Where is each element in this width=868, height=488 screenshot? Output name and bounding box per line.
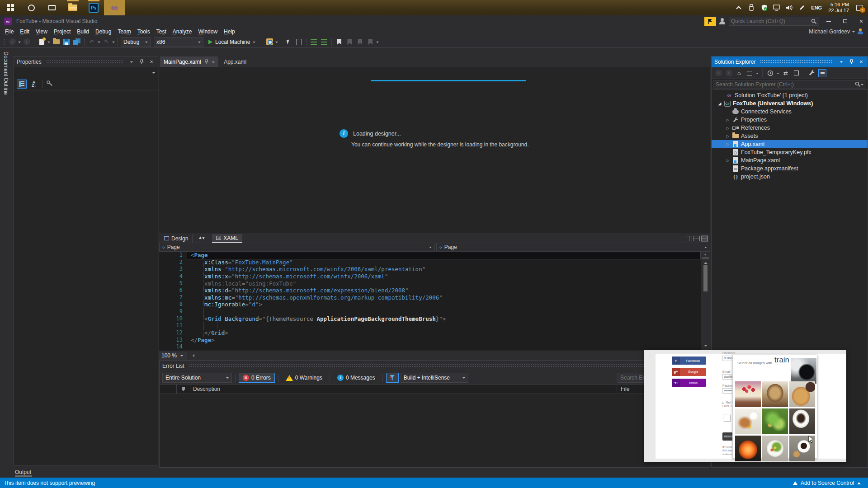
captcha-tile-dessert[interactable] — [762, 381, 788, 407]
scroll-up-icon[interactable] — [704, 260, 708, 264]
sync-with-active-document-button[interactable]: ⇄ — [782, 69, 790, 77]
bookmark-dropdown-icon[interactable] — [376, 42, 379, 44]
redo-dropdown-icon[interactable] — [112, 42, 115, 44]
code-line-8[interactable]: 8mc:Ignorable="d"> — [159, 301, 710, 308]
pin-icon[interactable] — [848, 59, 855, 65]
volume-icon[interactable] — [784, 2, 795, 13]
code-line-7[interactable]: 7xmlns:mc="http://schemas.openxmlformats… — [159, 294, 710, 301]
file-explorer-button[interactable] — [62, 0, 83, 15]
menu-team[interactable]: Team — [114, 28, 134, 36]
switch-views-button[interactable] — [745, 69, 754, 77]
code-line-2[interactable]: 2x:Class="FoxTube.MainPage" — [159, 259, 710, 266]
undo-button[interactable]: ↶ — [87, 38, 96, 47]
expander-closed-icon[interactable]: ▷ — [726, 159, 730, 163]
code-line-13[interactable]: 13</Page> — [159, 337, 710, 344]
back-button[interactable]: ‹ — [714, 69, 722, 77]
back-dropdown-icon[interactable] — [18, 42, 21, 44]
previous-bookmark-button[interactable] — [345, 38, 354, 47]
platform-combo[interactable]: x86 — [154, 37, 203, 47]
menu-edit[interactable]: Edit — [17, 28, 33, 36]
scroll-down-icon[interactable] — [704, 345, 708, 348]
window-position-dropdown-icon[interactable] — [838, 59, 845, 65]
menu-window[interactable]: Window — [195, 28, 221, 36]
captcha-tile-plate[interactable] — [762, 436, 788, 461]
code-line-6[interactable]: 6xmlns:d="http://schemas.microsoft.com/e… — [159, 287, 710, 294]
add-to-source-control[interactable]: Add to Source Control — [793, 480, 868, 486]
feedback-flag-button[interactable] — [704, 17, 716, 26]
code-line-12[interactable]: 12</Grid> — [159, 329, 710, 337]
categorized-view-button[interactable] — [17, 80, 27, 89]
collapse-pane-button[interactable] — [701, 236, 708, 241]
captcha-tile-salad[interactable] — [762, 408, 788, 434]
toolbar-grip[interactable] — [3, 38, 5, 46]
build-intellisense-combo[interactable]: Build + IntelliSense — [401, 373, 468, 383]
menu-project[interactable]: Project — [51, 28, 74, 36]
pending-changes-filter-button[interactable] — [766, 69, 774, 77]
filter-dropdown-icon[interactable] — [777, 73, 779, 75]
start-button[interactable] — [0, 0, 21, 15]
zoom-level-combo[interactable]: 100 % — [159, 352, 187, 360]
facebook-login-button[interactable]: fFacebook — [672, 357, 706, 365]
tree-item-package-appxmanifest[interactable]: Package.appxmanifest — [712, 164, 868, 173]
window-position-dropdown-icon[interactable] — [128, 59, 135, 65]
select-element-button[interactable] — [284, 38, 293, 47]
expander-closed-icon[interactable]: ▷ — [726, 118, 730, 122]
action-center-button[interactable]: 1 — [854, 2, 865, 13]
pin-icon[interactable] — [138, 59, 145, 65]
expander-open-icon[interactable]: ◢ — [717, 102, 722, 106]
code-line-5[interactable]: 5xmlns:local="using:FoxTube" — [159, 280, 710, 287]
tab-app-xaml[interactable]: App.xaml — [220, 56, 250, 67]
find-dropdown-icon[interactable] — [275, 42, 278, 44]
visual-studio-button[interactable]: ∞ — [104, 0, 125, 15]
google-login-button[interactable]: g+Google — [672, 368, 706, 376]
menu-analyze[interactable]: Analyze — [170, 28, 195, 36]
scope-combo[interactable]: Entire Solution — [162, 373, 232, 383]
language-indicator[interactable]: ENG — [809, 5, 824, 10]
navigate-forward-button[interactable]: › — [22, 38, 31, 47]
close-icon[interactable]: × — [148, 59, 155, 65]
horizontal-split-button[interactable] — [693, 236, 700, 241]
expander-closed-icon[interactable]: ▷ — [726, 134, 730, 138]
code-line-9[interactable]: 9 — [159, 308, 710, 315]
solution-explorer-search-input[interactable] — [716, 81, 855, 88]
task-view-button[interactable] — [42, 0, 62, 15]
tree-item-references[interactable]: ▷References — [712, 124, 868, 132]
messages-toggle-button[interactable]: i0 Messages — [333, 373, 379, 383]
menu-file[interactable]: File — [2, 28, 17, 36]
editor-vertical-scrollbar[interactable] — [701, 252, 710, 351]
tree-item-foxtube-temporarykey-pfx[interactable]: FoxTube_TemporaryKey.pfx — [712, 148, 868, 156]
user-avatar[interactable] — [857, 28, 863, 35]
forward-button[interactable]: › — [725, 69, 733, 77]
captcha-tile-cake[interactable] — [735, 381, 761, 407]
expander-closed-icon[interactable]: ▷ — [726, 126, 730, 130]
breadcrumb-right-combo[interactable]: ‹› Page — [436, 243, 710, 252]
menu-view[interactable]: View — [33, 28, 51, 36]
tab-mainpage-xaml[interactable]: MainPage.xaml × — [160, 56, 218, 67]
save-all-button[interactable] — [72, 38, 81, 47]
tab-design[interactable]: Design — [160, 234, 193, 243]
photoshop-button[interactable]: Ps — [83, 0, 104, 15]
open-file-button[interactable] — [52, 38, 61, 47]
sign-in-person-icon[interactable] — [719, 18, 726, 25]
tab-xaml[interactable]: ⊡XAML — [212, 234, 242, 243]
switch-views-dropdown-icon[interactable] — [756, 73, 759, 75]
collapse-all-button[interactable] — [792, 69, 800, 77]
menu-test[interactable]: Test — [153, 28, 170, 36]
menu-help[interactable]: Help — [221, 28, 238, 36]
scroll-left-icon[interactable] — [191, 354, 194, 357]
panel-grip[interactable] — [760, 60, 833, 64]
pen-input-icon[interactable] — [797, 2, 807, 13]
usb-device-icon[interactable] — [746, 2, 757, 13]
code-line-3[interactable]: 3xmlns="http://schemas.microsoft.com/win… — [159, 266, 710, 273]
network-display-icon[interactable] — [771, 2, 782, 13]
swap-panes-icon[interactable] — [199, 236, 205, 241]
close-tab-icon[interactable]: × — [212, 59, 215, 65]
captcha-checkbox[interactable] — [724, 415, 731, 422]
panel-grip[interactable] — [189, 364, 705, 368]
tree-item-foxtube-universal-windows[interactable]: ◢C#FoxTube (Universal Windows) — [712, 99, 868, 108]
tree-item-mainpage-xaml[interactable]: ▷MainPage.xaml — [712, 156, 868, 164]
code-line-4[interactable]: 4xmlns:x="http://schemas.microsoft.com/w… — [159, 273, 710, 280]
tree-item-project-json[interactable]: {}project.json — [712, 173, 868, 181]
clear-filter-button[interactable]: ✗ — [386, 373, 399, 383]
close-button[interactable]: × — [854, 16, 868, 26]
